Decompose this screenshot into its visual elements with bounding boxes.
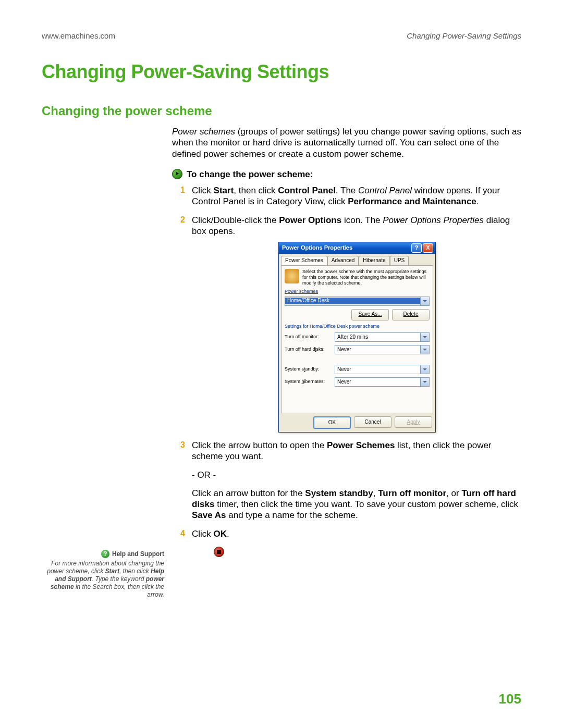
chevron-down-icon[interactable] [420, 346, 429, 354]
tab-power-schemes[interactable]: Power Schemes [281, 256, 327, 265]
apply-button[interactable]: Apply [395, 416, 432, 428]
stop-icon [214, 547, 224, 557]
help-title: Help and Support [112, 550, 164, 558]
question-icon: ? [101, 550, 109, 558]
tab-ups[interactable]: UPS [390, 256, 409, 265]
ok-button[interactable]: OK [313, 416, 351, 429]
chevron-down-icon[interactable] [420, 378, 429, 386]
group-power-schemes: Power schemes [285, 289, 430, 294]
select-system-standby[interactable]: Never [335, 365, 430, 374]
tab-advanced[interactable]: Advanced [327, 256, 359, 265]
chevron-down-icon[interactable] [420, 365, 429, 374]
close-button[interactable]: X [423, 243, 433, 253]
help-button[interactable]: ? [411, 243, 422, 253]
page-title: Changing Power-Saving Settings [42, 61, 521, 83]
select-turn-off-monitor[interactable]: After 20 mins [335, 332, 430, 342]
tab-hibernate[interactable]: Hibernate [359, 256, 389, 265]
label-turn-off-disks: Turn off hard disks: [285, 347, 332, 352]
group-settings: Settings for Home/Office Desk power sche… [285, 324, 430, 329]
dialog-screenshot: Power Options Properties ? X Power Schem… [278, 242, 435, 433]
delete-button[interactable]: Delete [392, 309, 430, 320]
help-sidebar: ? Help and Support For more information … [42, 550, 164, 599]
label-system-hibernates: System hibernates: [285, 379, 332, 385]
section-title: Changing the power scheme [42, 104, 521, 118]
power-icon [285, 269, 299, 283]
header-url: www.emachines.com [42, 31, 115, 40]
task-header: To change the power scheme: [187, 169, 313, 180]
save-as-button[interactable]: Save As... [351, 309, 389, 320]
select-system-hibernates[interactable]: Never [335, 377, 430, 387]
step-1: 1 Click Start, then click Control Panel.… [180, 185, 521, 207]
page-number: 105 [499, 691, 521, 707]
step-3: 3 Click the arrow button to open the Pow… [180, 440, 521, 521]
intro-lead: Power schemes [172, 127, 235, 137]
play-icon [172, 169, 182, 179]
intro-paragraph: Power schemes (groups of power settings)… [172, 126, 521, 159]
dialog-title: Power Options Properties [282, 244, 352, 252]
chevron-down-icon[interactable] [420, 297, 429, 305]
select-turn-off-disks[interactable]: Never [335, 345, 430, 354]
step-2: 2 Click/Double-click the Power Options i… [180, 215, 521, 433]
label-turn-off-monitor: Turn off monitor: [285, 334, 332, 340]
or-separator: - OR - [192, 470, 521, 480]
step-4: 4 Click OK. [180, 528, 521, 539]
label-system-standby: System standby: [285, 366, 332, 372]
dialog-description: Select the power scheme with the most ap… [302, 269, 430, 286]
chevron-down-icon[interactable] [420, 333, 429, 341]
power-scheme-select[interactable]: Home/Office Desk [285, 297, 430, 306]
cancel-button[interactable]: Cancel [354, 416, 391, 428]
header-section: Changing Power-Saving Settings [407, 31, 521, 40]
